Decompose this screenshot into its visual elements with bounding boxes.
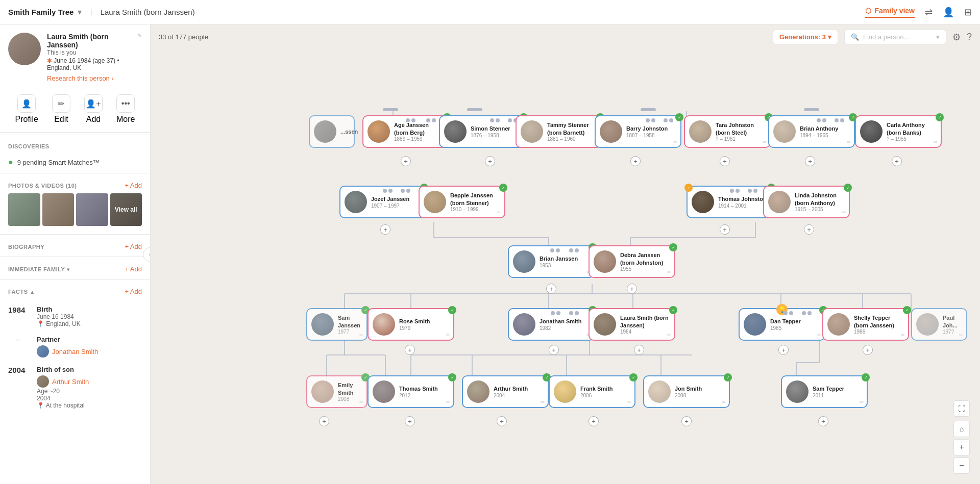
add-tara-johnston[interactable]: + [720, 156, 730, 166]
carla-anthony-edit[interactable]: ✏ [934, 139, 938, 145]
emily-smith-edit[interactable]: ✏ [359, 399, 363, 405]
tara-johnston-edit[interactable]: ✏ [763, 139, 767, 145]
fullscreen-button[interactable]: ⛶ [953, 400, 970, 417]
emily-smith-card[interactable]: Emily Smith 2008 ✓ ✏ [306, 375, 368, 408]
add-frank[interactable]: + [589, 416, 599, 426]
immediate-family-add[interactable]: + Add [125, 265, 142, 273]
add-brian-j[interactable]: + [546, 284, 556, 294]
laura-smith-card[interactable]: Laura Smith (born Janssen) 1984 ✓ ✏ [589, 308, 675, 341]
brian-anthony-edit[interactable]: ✏ [847, 139, 851, 145]
profile-action[interactable]: 👤 Profile [15, 94, 38, 124]
zoom-in-button[interactable]: + [953, 439, 970, 455]
rose-smith-card[interactable]: Rose Smith 1979 ✓ ✏ [368, 308, 454, 341]
debra-janssen-card[interactable]: Debra Janssen (born Johnston) 1955 ✓ ✏ [589, 245, 675, 278]
add-sam-t[interactable]: + [818, 416, 828, 426]
jon-smith-card[interactable]: Jon Smith 2008 ✓ ✏ [643, 375, 730, 408]
view-all-photos[interactable]: View all [110, 193, 142, 226]
edit-action[interactable]: ✏ Edit [52, 94, 70, 124]
jon-smith-name: Jon Smith [675, 385, 725, 392]
add-action[interactable]: 👤+ Add [84, 94, 103, 124]
arthur-smith-card[interactable]: Arthur Smith 2004 ✓ ✏ [462, 375, 549, 408]
biography-add[interactable]: + Add [125, 243, 142, 250]
add-jonathan-laura[interactable]: + [549, 345, 559, 355]
photo-thumb-1[interactable] [8, 193, 40, 226]
sam-tepper-match: ✓ [862, 373, 870, 381]
tara-johnston-card[interactable]: Tara Johnston (born Steel) ? – 1961 ✓ ✏ [684, 115, 771, 148]
tammy-stenner-card[interactable]: Tammy Stenner (born Barnett) 1881 – 1960… [516, 115, 602, 148]
photo-thumb-2[interactable] [42, 193, 75, 226]
share-icon[interactable]: ⇌ [925, 7, 933, 18]
paul-edit[interactable]: ✏ [959, 332, 963, 338]
carla-anthony-card[interactable]: Carla Anthony (born Banks) ? – 1955 ✓ ✏ [855, 115, 942, 148]
add-debra-j[interactable]: + [627, 284, 637, 294]
zoom-out-button[interactable]: − [953, 457, 970, 474]
linda-johnston-edit[interactable]: ✏ [842, 210, 846, 215]
add-age-janssen[interactable]: + [401, 156, 411, 166]
photo-thumb-3[interactable] [76, 193, 108, 226]
shelly-tepper-edit[interactable]: ✏ [901, 332, 905, 338]
find-person-input[interactable]: 🔍 Find a person... ▾ [844, 30, 946, 44]
help-button[interactable]: ? [967, 32, 972, 42]
rose-smith-edit[interactable]: ✏ [446, 332, 450, 338]
add-shelly[interactable]: + [863, 345, 873, 355]
family-view-icon: ⬡ [865, 7, 871, 15]
dan-tepper-card[interactable]: 💡 Dan Tepper 1985 ✓ ✏ [739, 308, 825, 341]
add-arthur[interactable]: + [497, 416, 507, 426]
add-barry-johnston[interactable]: + [630, 156, 641, 166]
family-view-tab[interactable]: ⬡ Family view [865, 7, 915, 18]
shelly-tepper-card[interactable]: Shelly Tepper (born Janssen) 1986 ✓ ✏ [822, 308, 909, 341]
add-jon[interactable]: + [681, 416, 692, 426]
linda-johnston-card[interactable]: Linda Johnston (born Anthony) 1915 – 200… [763, 186, 850, 218]
add-simon-stenner[interactable]: + [485, 156, 495, 166]
add-brian-anthony[interactable]: + [805, 156, 815, 166]
debra-janssen-edit[interactable]: ✏ [667, 269, 671, 275]
thomas-smith-edit[interactable]: ✏ [446, 399, 450, 405]
more-action[interactable]: ••• More [116, 94, 135, 124]
frank-smith-card[interactable]: Frank Smith 2006 ✓ ✏ [549, 375, 635, 408]
son-name[interactable]: Arthur Smith [52, 378, 89, 386]
research-link[interactable]: Research this person › [47, 74, 131, 82]
add-dan-shelly[interactable]: + [778, 345, 789, 355]
jansen-card[interactable]: ...ssen [309, 115, 355, 148]
arthur-smith-edit[interactable]: ✏ [541, 399, 545, 405]
add-thomas-j[interactable]: + [720, 224, 730, 235]
dropdown-icon[interactable]: ▾ [78, 7, 82, 17]
paul-partial-card[interactable]: Paul Joh... 197? ✏ [911, 308, 967, 341]
smart-matches[interactable]: ● 9 pending Smart Matches™ [8, 158, 142, 167]
frank-smith-edit[interactable]: ✏ [627, 399, 631, 405]
sam-janssen-card[interactable]: Sam Janssen 1977 ✓ ✏ [306, 308, 368, 341]
add-carla-anthony[interactable]: + [892, 156, 902, 166]
jon-smith-edit[interactable]: ✏ [722, 399, 726, 405]
add-thomas-s[interactable]: + [405, 416, 415, 426]
add-jozef[interactable]: + [380, 224, 390, 235]
beppie-janssen-edit[interactable]: ✏ [497, 210, 501, 215]
photos-add[interactable]: + Add [125, 182, 142, 189]
add-linda-j[interactable]: + [804, 224, 814, 235]
add-emily[interactable]: + [319, 416, 329, 426]
partner-name[interactable]: Jonathan Smith [52, 348, 98, 355]
laura-smith-edit[interactable]: ✏ [667, 332, 671, 338]
barry-johnston-edit[interactable]: ✏ [673, 139, 677, 145]
edit-name-icon[interactable]: ✎ [137, 33, 142, 39]
sam-tepper-edit[interactable]: ✏ [860, 399, 864, 405]
tree-name[interactable]: Smith Family Tree [8, 8, 74, 16]
barry-johnston-name: Barry Johnston [626, 125, 676, 132]
beppie-janssen-avatar [424, 191, 446, 213]
home-button[interactable]: ⌂ [953, 421, 970, 437]
generations-button[interactable]: Generations: 3 ▾ [773, 30, 838, 44]
thomas-smith-card[interactable]: Thomas Smith 2012 ✓ ✏ [368, 375, 454, 408]
facts-add[interactable]: + Add [125, 288, 142, 295]
sam-janssen-edit[interactable]: ✏ [359, 332, 363, 338]
profile-icon[interactable]: 👤 [943, 7, 954, 18]
shelly-tepper-name: Shelly Tepper (born Janssen) [854, 314, 904, 329]
settings-button[interactable]: ⚙ [952, 32, 961, 43]
dan-tepper-edit[interactable]: ✏ [817, 332, 821, 338]
brian-janssen-info: Brian Janssen 1953 [540, 255, 590, 268]
grid-icon[interactable]: ⊞ [964, 7, 972, 18]
tara-johnston-name: Tara Johnston (born Steel) [716, 121, 766, 136]
add-rose[interactable]: + [405, 345, 415, 355]
sam-tepper-card[interactable]: Sam Tepper 2011 ✓ ✏ [781, 375, 868, 408]
add-laura[interactable]: + [634, 345, 644, 355]
thomas-smith-match: ✓ [448, 373, 456, 381]
beppie-janssen-card[interactable]: Beppie Janssen (born Stenner) 1910 – 199… [419, 186, 505, 218]
